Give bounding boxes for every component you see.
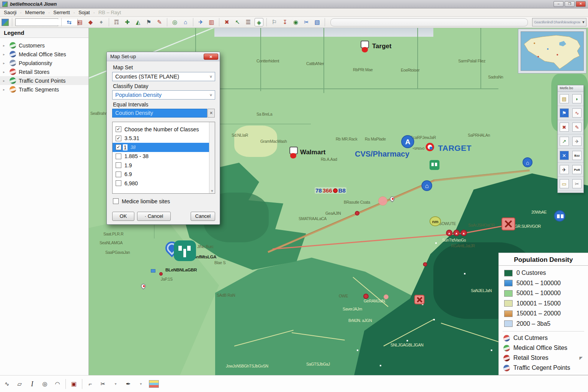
dialog-close-button[interactable]: ✕ bbox=[204, 54, 218, 60]
toolbox-icon-11[interactable]: ✈ bbox=[560, 165, 569, 174]
toolbar-empty-field[interactable] bbox=[330, 18, 528, 26]
sidebar-item-customers[interactable]: ▸ Customers bbox=[0, 41, 88, 50]
filter-clear-button[interactable]: ✕ bbox=[207, 109, 215, 118]
expand-icon[interactable]: ▸ bbox=[3, 88, 7, 91]
toolbox-icon-12[interactable]: Putt bbox=[572, 165, 581, 174]
tool-icon-19[interactable]: ↧ bbox=[281, 18, 289, 26]
sidebar-item-traffic-segments[interactable]: ▸ Traffic Segments bbox=[0, 85, 88, 94]
checkbox[interactable]: ✓ bbox=[116, 126, 121, 132]
list-row[interactable]: ✓ 3.5.31 bbox=[113, 134, 215, 143]
list-row[interactable]: 6,980 bbox=[113, 179, 215, 188]
tool-icon-4[interactable]: ⌖ bbox=[97, 18, 106, 26]
tool-icon-3[interactable]: ◆ bbox=[86, 18, 95, 26]
tool-icon-15[interactable]: ↖ bbox=[233, 18, 242, 26]
overview-minimap[interactable] bbox=[518, 29, 586, 74]
tool-icon-22[interactable]: ▧ bbox=[313, 18, 322, 26]
checkbox[interactable]: ✓ bbox=[116, 144, 121, 150]
checkbox[interactable] bbox=[116, 162, 121, 168]
toolbox-icon-3[interactable]: ⚑ bbox=[560, 108, 569, 118]
tool-icon-6[interactable]: ✚ bbox=[123, 18, 132, 26]
chevron-down-icon[interactable]: ▾ bbox=[111, 379, 120, 389]
chevron-down-icon[interactable]: ▾ bbox=[136, 379, 145, 389]
classify-dropdown[interactable]: Population Density ˅ bbox=[112, 90, 215, 100]
tool-icon-9[interactable]: ✎ bbox=[155, 18, 164, 26]
tool-icon-18[interactable]: ⚐ bbox=[270, 18, 279, 26]
medical-sites-checkbox-row[interactable]: Medice liomibe sites bbox=[110, 197, 170, 206]
expand-icon[interactable]: ▸ bbox=[3, 61, 7, 65]
menu-item-1[interactable]: Saorji bbox=[4, 10, 16, 15]
expand-icon[interactable]: ▸ bbox=[3, 79, 7, 83]
resize-handle-icon[interactable]: ◤ bbox=[580, 356, 583, 361]
toolbox-icon-4[interactable]: ∿ bbox=[572, 108, 581, 118]
tool-icon-1[interactable]: ⇆ bbox=[65, 18, 74, 26]
expand-icon[interactable]: ▸ bbox=[3, 52, 7, 56]
checkbox[interactable] bbox=[116, 180, 121, 186]
freehand-icon[interactable]: ∿ bbox=[2, 379, 11, 389]
list-row[interactable]: 1.9 bbox=[113, 161, 215, 170]
bell-icon[interactable]: ◠ bbox=[53, 379, 62, 389]
menu-item-2[interactable]: Memerte bbox=[25, 10, 45, 15]
list-row-selected[interactable]: ✓ 1 38 ✕ bbox=[113, 143, 215, 152]
maximize-button[interactable]: ❐ bbox=[565, 1, 575, 7]
checkbox[interactable] bbox=[116, 172, 121, 177]
tool-icon-8[interactable]: ⚑ bbox=[144, 18, 153, 26]
menu-item-3[interactable]: Serrertt bbox=[53, 10, 70, 15]
chevron-down-icon[interactable]: ˅ bbox=[207, 93, 215, 97]
tool-icon-11[interactable]: ⌂ bbox=[181, 18, 190, 26]
close-button[interactable]: ✕ bbox=[576, 1, 586, 7]
sidebar-item-medical-office-sites[interactable]: ▸ Medical Office Sites bbox=[0, 50, 88, 59]
toolbox-icon-8[interactable]: ✈ bbox=[572, 137, 581, 146]
zoom-icon[interactable]: ◎ bbox=[40, 379, 49, 389]
layers-color-icon[interactable] bbox=[149, 380, 159, 388]
cancel-button[interactable]: · Cancel bbox=[137, 212, 171, 221]
sidebar-item-populationsity[interactable]: ▸ Populationsity bbox=[0, 59, 88, 67]
badge-icon[interactable]: ▣ bbox=[69, 379, 78, 389]
toolbox-icon-13[interactable]: ▭ bbox=[560, 179, 569, 188]
tool-icon-13[interactable]: ▥ bbox=[207, 18, 216, 26]
toolbox-icon-5[interactable]: ✖ bbox=[560, 122, 569, 132]
expand-icon[interactable]: ▸ bbox=[3, 70, 7, 74]
polygon-icon[interactable]: ▱ bbox=[15, 379, 24, 389]
density-filter-input[interactable]: Coution Density bbox=[112, 109, 207, 118]
tool-icon-14[interactable]: ✖ bbox=[222, 18, 231, 26]
expand-icon[interactable]: ▸ bbox=[3, 44, 7, 47]
key-icon[interactable]: ⌐ bbox=[86, 379, 95, 389]
checkbox[interactable] bbox=[113, 198, 119, 204]
toolbox-icon-10[interactable]: Bzz bbox=[572, 151, 581, 160]
tool-icon-10[interactable]: ◎ bbox=[170, 18, 179, 26]
checkbox[interactable] bbox=[116, 154, 121, 159]
chevron-down-icon[interactable]: ▼ bbox=[580, 20, 586, 24]
map-set-dropdown[interactable]: Counties (STATE PLANE) ˅ bbox=[112, 72, 215, 81]
tool-icon-17[interactable]: ◈ bbox=[255, 18, 263, 26]
menu-item-4[interactable]: Sojat bbox=[78, 10, 90, 15]
scissors-icon[interactable]: ✂ bbox=[98, 379, 108, 389]
toolbox-icon-9[interactable]: ✕ bbox=[560, 151, 569, 160]
layer-combobox[interactable]: ▾ bbox=[15, 18, 58, 26]
legend-layer-traffic-cegent-points[interactable]: Traffic Cegent Points bbox=[499, 363, 588, 373]
scroll-down-icon[interactable]: ▼ bbox=[209, 189, 215, 193]
toolbox-icon-6[interactable]: ✎ bbox=[572, 122, 581, 132]
legend-layer-medical-office-sites[interactable]: Medical Office Sites bbox=[499, 343, 588, 353]
checkbox[interactable]: ✓ bbox=[116, 136, 121, 141]
toolbox-icon-1[interactable]: ▤ bbox=[560, 94, 569, 103]
list-row[interactable]: 6.9 bbox=[113, 170, 215, 179]
tool-icon-12[interactable]: ✈ bbox=[196, 18, 205, 26]
toolbox-title[interactable]: Metfe.bo bbox=[558, 85, 583, 92]
toolbox-icon-14[interactable]: ✂ bbox=[572, 179, 581, 188]
minimize-button[interactable]: – bbox=[554, 1, 564, 7]
toolbox-icon-7[interactable]: ↗ bbox=[560, 137, 569, 146]
legend-layer-retail-stores[interactable]: Retail Stores ◤ bbox=[499, 353, 588, 363]
ok-button[interactable]: OK bbox=[112, 212, 134, 221]
list-row-header[interactable]: ✓ Choose the Number of Classes bbox=[113, 125, 215, 134]
tool-icon-5[interactable]: ☶ bbox=[112, 18, 121, 26]
listbox-scrollbar[interactable]: ▼ bbox=[209, 122, 215, 193]
text-tool-icon[interactable]: I bbox=[28, 379, 37, 389]
tool-icon-2[interactable]: ▤ bbox=[75, 18, 84, 26]
tool-icon-20[interactable]: ◉ bbox=[291, 18, 300, 26]
tool-icon-7[interactable]: ◭ bbox=[134, 18, 142, 26]
classification-combobox[interactable]: Geactifenlindl Dhanifolesetiognow ▼ bbox=[532, 18, 586, 26]
inline-edit-field[interactable]: 38 bbox=[131, 145, 207, 150]
chevron-down-icon[interactable]: ˅ bbox=[207, 74, 215, 79]
toolbox-icon-2[interactable]: ◗ bbox=[572, 94, 581, 103]
tool-icon-16[interactable]: ☰ bbox=[244, 18, 253, 26]
